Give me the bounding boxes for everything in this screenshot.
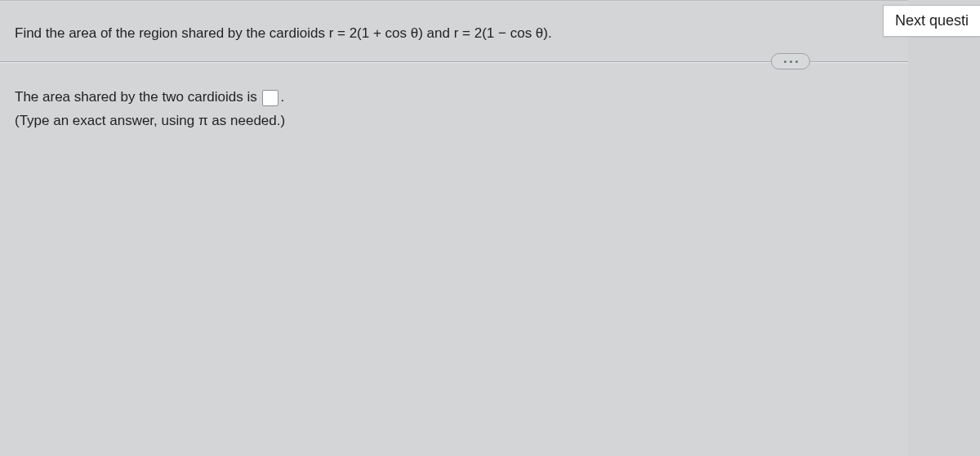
question-card: Find the area of the region shared by th… [0,0,908,456]
answer-line: The area shared by the two cardioids is … [15,86,893,110]
section-divider [0,61,908,63]
answer-prefix: The area shared by the two cardioids is [15,89,261,105]
question-prompt: Find the area of the region shared by th… [0,1,908,61]
answer-suffix: . [280,89,284,105]
answer-input[interactable] [262,90,278,106]
answer-area: The area shared by the two cardioids is … [0,63,908,148]
ellipsis-icon[interactable] [771,53,810,69]
answer-hint: (Type an exact answer, using π as needed… [15,110,893,133]
next-question-button[interactable]: Next questi [883,5,980,37]
